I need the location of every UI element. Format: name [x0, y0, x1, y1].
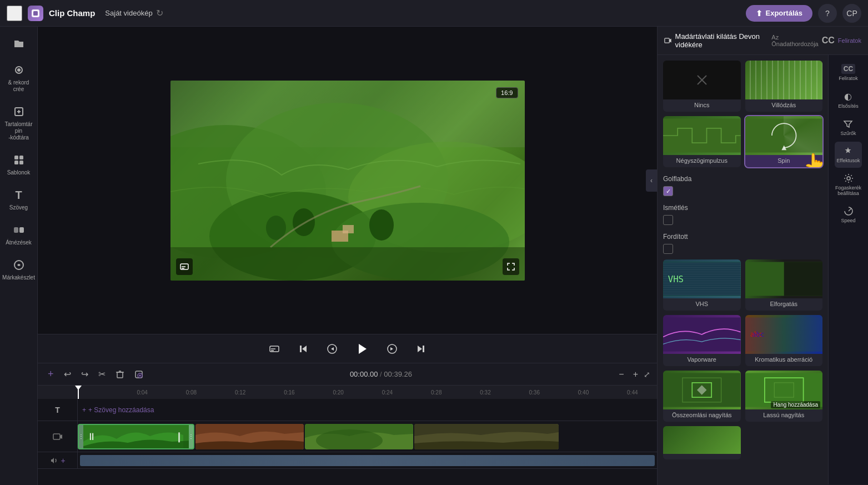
video-clip-1[interactable]: ⏸ ❙ — [78, 424, 194, 449]
record-label: & rekordcrée — [8, 79, 29, 93]
ismetles-label: Ismétlés — [663, 204, 688, 212]
effect-label-elforgas: Elforgatás — [745, 298, 823, 311]
sidebar-item-brand[interactable]: Márkakészlet — [2, 253, 36, 286]
effect-card-vhs[interactable]: VHS VHS — [663, 259, 741, 311]
effect-label-chromatic: Kromatikus aberráció — [745, 354, 823, 366]
rewind-button[interactable] — [323, 340, 341, 358]
timeline-area: + ↩ ↪ ✂ 00:00.00 / 00:39.26 − + — [38, 363, 657, 485]
effect-label-spin: Spin — [745, 155, 823, 167]
elsosites-icon: ◐ — [844, 91, 852, 102]
sidebar-item-text[interactable]: T Szöveg — [2, 183, 36, 216]
clip-handle-left-1[interactable] — [79, 425, 83, 448]
help-button[interactable]: ? — [818, 4, 837, 23]
tab-szurok[interactable]: Szűrők — [838, 114, 858, 141]
play-button[interactable] — [352, 339, 372, 359]
svg-point-72 — [847, 177, 850, 180]
effects-row-3: VHS VHS Elforgatás — [663, 259, 822, 311]
templates-icon — [11, 152, 27, 168]
sidebar-item-transitions[interactable]: Átnézések — [2, 218, 36, 251]
cut-button[interactable]: ✂ — [95, 367, 109, 382]
effect-card-zoom-out[interactable]: Hang hozzáadása Lassú nagyítás — [745, 371, 823, 422]
sidebar-item-folder[interactable] — [2, 31, 36, 56]
fullscreen-button[interactable] — [503, 258, 519, 275]
sidebar-item-templates[interactable]: Sablonok — [2, 148, 36, 181]
golflabda-checkbox[interactable]: ✓ — [663, 186, 673, 196]
cc-badge[interactable]: CC — [822, 36, 835, 46]
effect-card-zoom-in[interactable]: Összeomlási nagyítás — [663, 371, 741, 422]
next-frame-button[interactable] — [412, 340, 430, 358]
tab-elsosites[interactable]: ◐ Elsősítés — [836, 87, 861, 113]
effect-label-villodsas: Villódzás — [745, 99, 823, 112]
audio-icon — [49, 456, 58, 465]
effect-card-negyzogimpulzus[interactable]: Négyszögimpulzus — [663, 116, 741, 167]
brand-label: Márkakészlet — [2, 274, 35, 281]
svg-marker-59 — [781, 145, 786, 150]
hamburger-menu[interactable] — [7, 6, 22, 21]
audio-track-row: + — [38, 452, 657, 469]
video-clip-2[interactable] — [195, 424, 304, 449]
add-audio-button[interactable]: + — [61, 456, 65, 465]
effects-main: Nincs Villódzás — [658, 55, 828, 484]
effect-thumb-villodsas — [745, 61, 823, 99]
effect-thumb-chromatic: abcabc — [745, 315, 823, 354]
audio-track-label: + — [38, 452, 78, 468]
forditott-label: Fordított — [663, 233, 688, 241]
main-area: & rekordcrée Tartalomtár pin-kódtára Sab… — [0, 27, 868, 485]
avatar-button[interactable]: CP — [842, 4, 861, 23]
svg-rect-33 — [300, 346, 302, 352]
panel-collapse-arrow[interactable]: ‹ — [646, 169, 657, 192]
project-name: Saját videókép ↻ — [105, 8, 163, 18]
ismetles-checkbox[interactable] — [663, 215, 673, 225]
captions-toggle-button[interactable] — [265, 340, 283, 358]
effect-card-none[interactable]: Nincs — [663, 61, 741, 112]
ismetles-checkbox-row — [663, 215, 822, 225]
effect-card-villodsas[interactable]: Villódzás — [745, 61, 823, 112]
effects-header-right: Az Önadathordozója CC Feliratok — [771, 34, 861, 47]
svg-rect-11 — [14, 227, 18, 233]
zoom-in-button[interactable]: + — [630, 368, 641, 381]
effect-label-vhs: VHS — [663, 298, 741, 311]
templates-label: Sablonok — [7, 169, 31, 176]
sidebar-item-contentlibrary[interactable]: Tartalomtár pin-kódtára — [2, 99, 36, 146]
effect-card-chromatic[interactable]: abcabc Kromatikus aberráció — [745, 315, 823, 366]
tab-cc[interactable]: CC Feliratok — [836, 59, 860, 86]
undo-button[interactable]: ↩ — [61, 367, 74, 382]
prev-frame-button[interactable] — [294, 340, 312, 358]
forward-button[interactable] — [383, 340, 401, 358]
export-button[interactable]: ⬆ Exportálás — [746, 5, 812, 22]
effects-body: Nincs Villódzás — [658, 55, 868, 484]
add-text-button[interactable]: + + Szöveg hozzáadása — [78, 404, 158, 416]
effect-card-spin[interactable]: ✓ Spin 👆 — [745, 116, 823, 167]
forditott-checkbox[interactable] — [663, 244, 673, 254]
svg-rect-1 — [33, 11, 38, 16]
effect-card-vaporwave[interactable]: Vaporware — [663, 315, 741, 366]
tab-speed[interactable]: Speed — [839, 202, 857, 228]
subtitle-button[interactable] — [176, 258, 193, 275]
svg-point-3 — [17, 68, 21, 72]
effect-card-elforgas[interactable]: Elforgatás — [745, 259, 823, 311]
delete-button[interactable] — [112, 368, 128, 381]
speed-icon — [844, 206, 854, 216]
zoom-out-button[interactable]: − — [615, 368, 627, 381]
effect-card-extra1[interactable] — [663, 426, 741, 459]
tab-settings[interactable]: Fogaskerék beállítása — [829, 169, 868, 201]
sidebar-item-record[interactable]: & rekordcrée — [2, 58, 36, 97]
svg-marker-37 — [418, 346, 422, 352]
effects-scroll[interactable]: Nincs Villódzás — [658, 55, 828, 484]
effect-thumb-none — [663, 61, 741, 99]
tab-effektusok[interactable]: Effektusok — [835, 142, 862, 168]
timeline-add-button[interactable]: + — [44, 366, 57, 382]
golflabda-checkbox-row: ✓ — [663, 186, 822, 196]
effect-thumb-spin — [745, 116, 823, 155]
video-clip-4[interactable] — [414, 424, 559, 449]
timeline-fullscreen-button[interactable]: ⤢ — [644, 368, 650, 381]
clip-handle-right-1[interactable] — [189, 425, 193, 448]
redo-button[interactable]: ↪ — [78, 367, 92, 382]
add-media-button[interactable] — [131, 368, 147, 381]
video-clip-3[interactable] — [305, 424, 413, 449]
pin-icon — [11, 104, 27, 119]
text-track-content[interactable]: + + Szöveg hozzáadása — [78, 399, 657, 421]
effect-label-extra1 — [663, 454, 741, 459]
feliratok-label: Feliratok — [838, 37, 861, 44]
playhead-triangle — [75, 386, 82, 390]
